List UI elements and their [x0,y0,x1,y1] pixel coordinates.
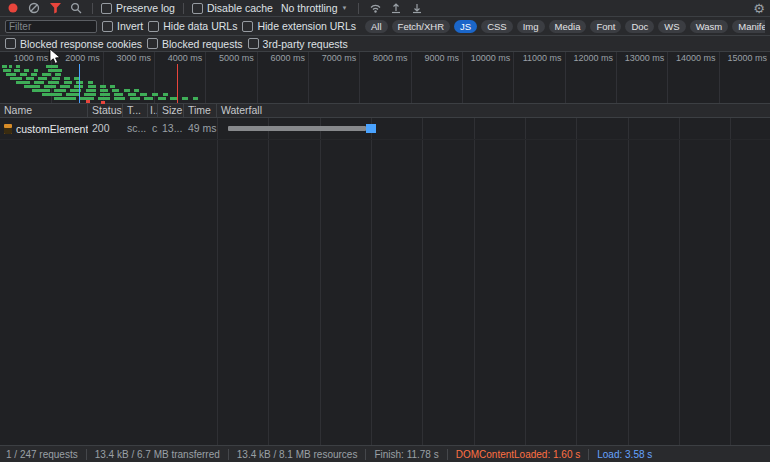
export-har-button[interactable] [409,1,425,15]
disable-cache-checkbox[interactable]: Disable cache [192,2,273,14]
filter-toggle-button[interactable] [47,1,63,15]
filter-type-all[interactable]: All [365,20,388,33]
blocked-response-cookies-label: Blocked response cookies [20,38,142,50]
clear-button[interactable] [26,1,42,15]
request-initiator-cell: c... [148,118,158,139]
waterfall-gridline [422,118,423,445]
filter-type-wasm[interactable]: Wasm [690,20,729,33]
overview-activity-bar [124,89,130,92]
import-har-button[interactable] [388,1,404,15]
filter-type-fetch-xhr[interactable]: Fetch/XHR [392,20,450,33]
request-time-cell: 49 ms [184,118,217,139]
requests-table-body: customElements.js 200 sc... c... 13... 4… [0,118,770,445]
blocked-response-cookies-checkbox[interactable]: Blocked response cookies [5,38,142,50]
timeline-tick-label: 7000 ms [308,52,359,64]
requests-count: 1 / 247 requests [4,449,87,460]
overview-activity-bar [54,89,66,92]
request-waterfall-cell [217,118,770,139]
requests-table-header: Name Status T... I... Size Time Waterfal… [0,104,770,118]
overview-activity-bar [48,69,62,72]
hide-extension-urls-checkbox[interactable]: Hide extension URLs [242,20,356,32]
overview-activity-canvas [0,64,770,103]
overview-activity-bar [84,93,96,96]
column-header-time[interactable]: Time [184,104,217,117]
settings-gear-button[interactable]: ⚙ [753,2,765,15]
column-header-size[interactable]: Size [158,104,184,117]
overview-activity-bar [34,81,44,84]
third-party-requests-checkbox[interactable]: 3rd-party requests [248,38,348,50]
overview-activity-bar [2,65,7,68]
overview-activity-bar [128,93,136,96]
filter-type-manifest[interactable]: Manifest [732,20,765,33]
column-header-status[interactable]: Status [88,104,123,117]
overview-activity-bar [16,81,30,84]
blocked-requests-label: Blocked requests [162,38,243,50]
overview-activity-bar [6,73,16,76]
filter-input[interactable] [5,20,97,33]
column-header-initiator[interactable]: I... [148,104,158,117]
overview-activity-bar [42,73,51,76]
network-conditions-button[interactable] [367,1,383,15]
timeline-tick-label: 14000 ms [667,52,718,64]
overview-activity-bar [31,73,37,76]
request-name-cell: customElements.js [0,118,88,139]
record-button[interactable] [5,1,21,15]
load-time: Load: 3.58 s [589,449,660,460]
overview-activity-bar [193,97,198,100]
overview-activity-bar [60,85,70,88]
export-har-icon [411,2,423,14]
overview-activity-bar [140,93,147,96]
hide-data-urls-checkbox[interactable]: Hide data URLs [148,20,237,32]
filter-funnel-icon [49,2,62,14]
filter-type-js[interactable]: JS [454,20,477,33]
filter-type-font[interactable]: Font [590,20,621,33]
checkbox-box [147,38,158,49]
throttling-value: No throttling [281,2,338,14]
overview-activity-bar [152,93,158,96]
preserve-log-checkbox[interactable]: Preserve log [101,2,175,14]
overview-activity-bar [64,77,70,80]
overview-activity-bar [100,93,110,96]
throttling-select[interactable]: No throttling ▼ [278,2,351,14]
blocked-requests-checkbox[interactable]: Blocked requests [147,38,243,50]
timeline-tick-label: 9000 ms [411,52,462,64]
waterfall-gridline [628,118,629,445]
timeline-tick-label: 2000 ms [51,52,102,64]
waterfall-gridline [525,118,526,445]
filter-type-ws[interactable]: WS [658,20,685,33]
overview-activity-bar [101,101,105,104]
overview-activity-bar [64,81,72,84]
overview-activity-bar [66,93,80,96]
filter-type-media[interactable]: Media [549,20,587,33]
waterfall-gridline [268,118,269,445]
column-header-type[interactable]: T... [123,104,148,117]
overview-activity-bar [86,100,90,103]
overview-activity-bar [55,73,61,76]
invert-label: Invert [117,20,143,32]
checkbox-box [248,38,259,49]
record-icon [7,2,19,14]
overview-activity-bar [54,97,76,100]
overview-activity-bar [158,97,166,100]
resources-size: 13.4 kB / 8.1 MB resources [229,449,367,460]
overview-activity-bar [14,69,20,72]
column-header-waterfall[interactable]: Waterfall [217,104,770,117]
filter-type-css[interactable]: CSS [481,20,513,33]
checkbox-box [5,38,16,49]
filter-type-doc[interactable]: Doc [625,20,654,33]
overview-activity-bar [130,97,140,100]
filter-type-img[interactable]: Img [517,20,545,33]
waterfall-gridline [371,118,372,445]
network-filter-bar: Invert Hide data URLs Hide extension URL… [0,17,770,36]
overview-activity-bar [114,97,125,100]
hide-extension-urls-label: Hide extension URLs [257,20,356,32]
column-header-name[interactable]: Name [0,104,88,117]
invert-checkbox[interactable]: Invert [102,20,143,32]
overview-activity-bar [98,97,110,100]
search-button[interactable] [68,1,84,15]
overview-activity-bar [42,93,62,96]
network-overview-timeline[interactable]: 1000 ms2000 ms3000 ms4000 ms5000 ms6000 … [0,52,770,104]
table-row[interactable]: customElements.js 200 sc... c... 13... 4… [0,118,770,140]
overview-activity-bar [20,73,27,76]
toolbar-divider [92,3,93,14]
